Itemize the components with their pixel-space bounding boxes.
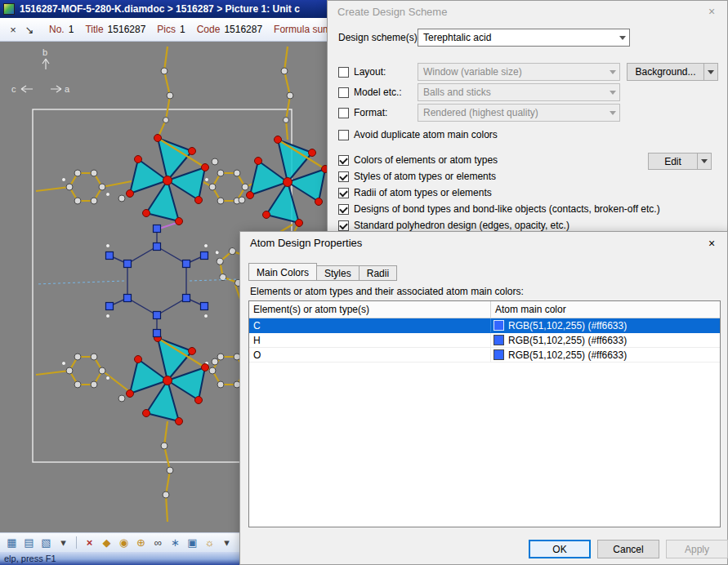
option-bonds-row: Designs of bond types and bond-like obje… xyxy=(338,203,660,215)
avoid-duplicate-checkbox[interactable] xyxy=(338,130,349,140)
create-dialog-titlebar: Create Design Scheme xyxy=(328,1,727,22)
table-row-h[interactable]: H RGB(51,102,255) (#ff6633) xyxy=(249,333,720,348)
field-code: Code 1516287 xyxy=(197,24,262,35)
column-header-color[interactable]: Atom main color xyxy=(491,301,720,318)
model-combo-value: Balls and sticks xyxy=(423,87,491,98)
atom-design-properties-dialog: Atom Design Properties × Main Colors Sty… xyxy=(239,231,728,565)
layout-label: Layout: xyxy=(354,66,386,78)
element-cell: O xyxy=(249,348,491,362)
field-pics-value: 1 xyxy=(180,24,185,35)
chevron-down-icon xyxy=(605,64,619,80)
field-no-label: No. xyxy=(49,24,65,35)
layout-checkbox[interactable] xyxy=(338,67,349,78)
option-styles-checkbox[interactable] xyxy=(338,171,349,182)
packing-icon[interactable]: ▣ xyxy=(185,536,200,549)
cancel-button[interactable]: Cancel xyxy=(597,540,659,558)
format-combo: Rendered (highest quality) xyxy=(418,104,620,122)
atom-dialog-titlebar: Atom Design Properties xyxy=(240,232,727,254)
axis-a-label: a xyxy=(65,84,70,94)
molecule-icon[interactable]: ∗ xyxy=(167,536,183,549)
tables-menu-arrow-icon[interactable]: ▾ xyxy=(56,536,71,549)
apply-button: Apply xyxy=(666,540,728,558)
atom-color-table: Element(s) or atom type(s) Atom main col… xyxy=(248,300,721,527)
edit-button[interactable]: Edit xyxy=(648,153,712,170)
close-picture-icon[interactable]: × xyxy=(5,24,21,36)
option-polyhedron-label: Standard polyhedron design (edges, opaci… xyxy=(354,220,569,231)
field-title-value: 1516287 xyxy=(108,24,146,35)
tab-styles[interactable]: Styles xyxy=(317,265,360,281)
chevron-down-icon xyxy=(605,84,619,100)
field-code-label: Code xyxy=(197,24,221,35)
field-pics-label: Pics xyxy=(157,24,176,35)
atom-dialog-tabs: Main Colors Styles Radii xyxy=(248,263,721,281)
format-label: Format: xyxy=(354,107,387,118)
field-no: No. 1 xyxy=(49,24,74,35)
table-editor-icon[interactable]: ▦ xyxy=(4,536,20,549)
add-atom-icon[interactable]: ⊕ xyxy=(133,536,149,549)
chevron-down-icon xyxy=(605,105,619,121)
format-checkbox[interactable] xyxy=(338,108,349,118)
color-swatch xyxy=(494,320,504,331)
chevron-down-icon[interactable] xyxy=(615,29,629,46)
connect-icon[interactable]: ∞ xyxy=(150,536,166,549)
goto-icon[interactable]: ↘ xyxy=(21,24,38,36)
model-checkbox-row: Model etc.: xyxy=(338,87,402,98)
option-styles-label: Styles of atom types or elements xyxy=(354,171,496,182)
axis-c-label: c xyxy=(11,84,16,94)
table-header-row: Element(s) or atom type(s) Atom main col… xyxy=(249,301,720,318)
model-label: Model etc.: xyxy=(354,87,402,98)
column-header-element[interactable]: Element(s) or atom type(s) xyxy=(249,301,491,318)
build-icon[interactable]: ◆ xyxy=(99,536,114,549)
color-swatch xyxy=(494,335,504,345)
app-icon xyxy=(3,3,15,15)
option-colors-row: Colors of elements or atom types xyxy=(338,154,498,166)
grow-icon[interactable]: ☼ xyxy=(202,536,217,549)
field-formula-label: Formula sum xyxy=(274,24,331,35)
background-button[interactable]: Background... xyxy=(627,63,718,81)
close-icon[interactable]: × xyxy=(696,1,727,22)
atom-dialog-title: Atom Design Properties xyxy=(250,237,362,249)
tab-radii[interactable]: Radii xyxy=(360,265,397,281)
model-checkbox[interactable] xyxy=(338,87,349,98)
close-icon[interactable]: × xyxy=(696,232,727,254)
option-polyhedron-row: Standard polyhedron design (edges, opaci… xyxy=(338,220,569,231)
background-button-label: Background... xyxy=(635,66,695,78)
option-radii-label: Radii of atom types or elements xyxy=(354,187,492,198)
option-colors-checkbox[interactable] xyxy=(338,155,349,166)
data-sheet-icon[interactable]: ▤ xyxy=(21,536,37,549)
edit-dropdown-arrow-icon[interactable] xyxy=(697,153,711,169)
build-menu-arrow-icon[interactable]: ▾ xyxy=(219,536,234,549)
ok-button[interactable]: OK xyxy=(529,540,591,558)
field-title-label: Title xyxy=(85,24,103,35)
color-cell: RGB(51,102,255) (#ff6633) xyxy=(491,333,720,347)
application-window: 1516287-MOF-5-280-K.diamdoc > 1516287 > … xyxy=(0,0,728,565)
color-cell: RGB(51,102,255) (#ff6633) xyxy=(491,318,720,332)
destroy-icon[interactable]: × xyxy=(82,536,97,549)
field-pics: Pics 1 xyxy=(157,24,185,35)
layout-checkbox-row: Layout: xyxy=(338,66,386,78)
element-cell: C xyxy=(249,318,491,332)
window-title: 1516287-MOF-5-280-K.diamdoc > 1516287 > … xyxy=(20,3,300,15)
option-colors-label: Colors of elements or atom types xyxy=(354,154,498,166)
tab-main-colors[interactable]: Main Colors xyxy=(248,263,317,281)
avoid-duplicate-row: Avoid duplicate atom main colors xyxy=(338,129,498,140)
table-row-c[interactable]: C RGB(51,102,255) (#ff6633) xyxy=(249,318,720,333)
layout-combo: Window (variable size) xyxy=(418,63,620,81)
design-scheme-value: Terephtalic acid xyxy=(423,32,491,43)
option-radii-checkbox[interactable] xyxy=(338,188,349,198)
option-styles-row: Styles of atom types or elements xyxy=(338,171,496,182)
model-combo: Balls and sticks xyxy=(418,83,620,101)
color-cell: RGB(51,102,255) (#ff6633) xyxy=(491,348,720,362)
edit-button-label: Edit xyxy=(664,156,681,167)
tables-icon[interactable]: ▧ xyxy=(38,536,54,549)
status-text: elp, press F1 xyxy=(4,554,56,563)
table-row-o[interactable]: O RGB(51,102,255) (#ff6633) xyxy=(249,348,720,363)
option-polyhedron-checkbox[interactable] xyxy=(338,220,349,231)
background-dropdown-arrow-icon[interactable] xyxy=(703,64,717,80)
atoms-icon[interactable]: ◉ xyxy=(116,536,132,549)
design-scheme-label: Design scheme(s): xyxy=(338,29,420,47)
color-text: RGB(51,102,255) (#ff6633) xyxy=(508,320,627,331)
design-scheme-combo[interactable]: Terephtalic acid xyxy=(418,29,630,47)
option-bonds-label: Designs of bond types and bond-like obje… xyxy=(354,203,660,215)
option-bonds-checkbox[interactable] xyxy=(338,204,349,215)
